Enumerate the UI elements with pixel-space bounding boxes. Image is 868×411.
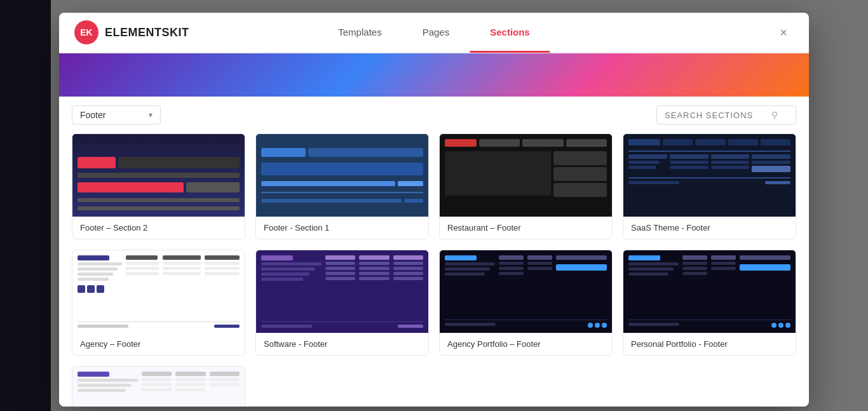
logo-text: ELEMENTSKIT	[105, 26, 189, 39]
modal-tabs: Templates Pages Sections	[318, 13, 550, 52]
search-icon: ⚲	[771, 110, 778, 120]
logo-container: EK ELEMENTSKIT	[74, 20, 189, 44]
template-label: Agency – Footer	[72, 333, 245, 355]
dropdown-arrow-icon: ▾	[149, 111, 153, 119]
template-card-footer-section-2[interactable]: Footer – Section 2	[72, 133, 245, 239]
modal-header: EK ELEMENTSKIT Templates Pages Sections …	[59, 13, 809, 53]
template-card-app-landing-footer[interactable]: App Landing - Footer	[72, 366, 245, 407]
template-thumb	[72, 250, 245, 333]
template-card-restaurant-footer[interactable]: Restaurant – Footer	[439, 133, 613, 239]
template-card-agency-footer[interactable]: Agency – Footer	[72, 250, 245, 356]
template-thumb	[256, 134, 428, 217]
search-container: ⚲	[656, 105, 796, 125]
template-thumb	[623, 250, 796, 333]
dropdown-value: Footer	[80, 110, 105, 120]
template-card-software-footer[interactable]: Software - Footer	[255, 250, 429, 356]
logo-icon: EK	[74, 20, 98, 44]
template-thumb	[623, 134, 796, 217]
hero-banner	[59, 53, 809, 97]
tab-templates[interactable]: Templates	[318, 13, 402, 53]
template-label: Footer - Section 1	[256, 217, 428, 239]
template-thumb	[440, 134, 612, 217]
template-label: SaaS Theme - Footer	[623, 217, 796, 239]
template-label: Personal Portfolio - Footer	[623, 333, 796, 355]
template-label: Agency Portfolio – Footer	[440, 333, 612, 355]
template-thumb	[440, 250, 612, 333]
template-label: Software - Footer	[256, 333, 428, 355]
template-label: Footer – Section 2	[72, 217, 245, 239]
search-input[interactable]	[665, 111, 766, 120]
template-card-personal-portfolio-footer[interactable]: Personal Portfolio - Footer	[623, 250, 796, 356]
modal-overlay: EK ELEMENTSKIT Templates Pages Sections …	[0, 0, 868, 411]
close-button[interactable]: ×	[773, 22, 794, 43]
template-thumb	[72, 367, 245, 407]
template-label: Restaurant – Footer	[440, 217, 612, 239]
template-thumb	[256, 250, 428, 333]
templates-grid: Footer – Section 2	[72, 133, 796, 407]
templates-grid-area: Footer – Section 2	[59, 133, 809, 407]
toolbar-row: Footer ▾ ⚲	[59, 97, 809, 133]
template-card-agency-portfolio-footer[interactable]: Agency Portfolio – Footer	[439, 250, 613, 356]
template-card-footer-section-1[interactable]: Footer - Section 1	[255, 133, 429, 239]
template-card-saas-footer[interactable]: SaaS Theme - Footer	[623, 133, 796, 239]
template-thumb	[72, 134, 245, 217]
tab-sections[interactable]: Sections	[470, 13, 550, 53]
tab-pages[interactable]: Pages	[402, 13, 470, 53]
category-dropdown[interactable]: Footer ▾	[72, 105, 161, 125]
elementskit-modal: EK ELEMENTSKIT Templates Pages Sections …	[59, 13, 809, 407]
logo-initials: EK	[80, 27, 92, 37]
